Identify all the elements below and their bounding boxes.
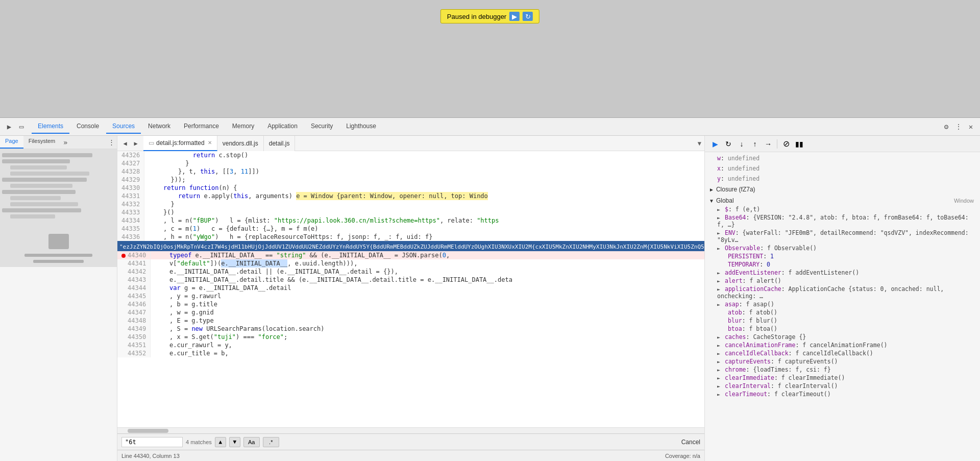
paused-text: Paused in debugger: [447, 13, 506, 20]
file-tab-icon: ▭: [149, 139, 154, 147]
prop-name: captureEvents: [725, 358, 771, 365]
colon: :: [742, 309, 749, 316]
resume-execution-button[interactable]: ▶: [709, 138, 721, 150]
inspect-icon[interactable]: ▶: [4, 122, 14, 132]
prop-name: caches: [725, 333, 746, 341]
file-tab-close[interactable]: ✕: [208, 140, 212, 145]
tab-sources[interactable]: Sources: [106, 119, 141, 134]
prop-val: 1: [770, 253, 774, 260]
tab-memory[interactable]: Memory: [226, 119, 260, 134]
scope-prop-name: y: [717, 175, 721, 182]
expand-icon[interactable]: ►: [717, 207, 720, 212]
colon: :: [746, 214, 753, 221]
expand-icon[interactable]: ►: [717, 286, 720, 292]
file-tab-detail[interactable]: detail.js: [264, 136, 296, 151]
step-button[interactable]: ↻: [523, 12, 533, 21]
prop-val: f asap(): [746, 301, 774, 308]
search-prev-button[interactable]: ▲: [215, 437, 226, 447]
step-over-button[interactable]: ↻: [722, 138, 734, 150]
tab-performance[interactable]: Performance: [178, 119, 225, 134]
expand-icon[interactable]: ►: [717, 246, 720, 251]
line-code: var g = e.__INITIAL_DATA__.detail: [151, 284, 704, 292]
debugger-scope-content[interactable]: w: undefined x: undefined y: undefined: [705, 152, 980, 461]
pause-exceptions-button[interactable]: ▮▮: [793, 138, 805, 150]
expand-icon[interactable]: ►: [717, 392, 720, 397]
prop-val: f (e,t): [736, 206, 760, 213]
expand-icon[interactable]: ►: [717, 351, 720, 356]
tab-lighthouse[interactable]: Lighthouse: [340, 119, 382, 134]
colon: :: [789, 350, 796, 357]
tab-security[interactable]: Security: [305, 119, 339, 134]
search-cancel-button[interactable]: Cancel: [681, 439, 700, 446]
line-code: , b = g.title: [151, 300, 704, 308]
settings-icon[interactable]: ⚙: [941, 122, 951, 132]
file-tab-label: vendors.dll.js: [223, 140, 258, 147]
sidebar-options-icon[interactable]: ⋮: [108, 138, 115, 146]
expand-icon[interactable]: ►: [717, 334, 720, 340]
scope-header-closure[interactable]: ► Closure (fZ7a): [705, 185, 980, 194]
file-tab-detail-formatted[interactable]: ▭ detail.js:formatted ✕: [143, 136, 217, 151]
tab-console[interactable]: Console: [70, 119, 105, 134]
scope-colon: :: [721, 175, 728, 182]
more-options-icon[interactable]: ⋮: [953, 122, 964, 132]
sidebar-tab-filesystem[interactable]: Filesystem: [23, 136, 61, 149]
scope-item: ► captureEvents: f captureEvents(): [705, 357, 980, 366]
scope-item: blur: f blur(): [705, 317, 980, 325]
scope-colon: :: [721, 155, 728, 162]
tab-network[interactable]: Network: [142, 119, 177, 134]
table-row: 44343 e.__INITIAL_DATA__.detail.title &&…: [117, 276, 704, 284]
scope-item: btoa: f btoa(): [705, 325, 980, 333]
deactivate-breakpoints-button[interactable]: ⊘: [780, 138, 792, 150]
more-tabs-icon[interactable]: ▼: [698, 140, 701, 147]
expand-icon[interactable]: ►: [717, 215, 720, 221]
nav-forward-icon[interactable]: ▶: [131, 139, 140, 148]
scope-item: PERSISTENT: 1: [705, 252, 980, 260]
expand-icon[interactable]: ►: [717, 270, 720, 276]
nav-back-icon[interactable]: ◀: [120, 139, 130, 148]
prop-name: PERSISTENT: [728, 253, 763, 260]
code-scroll-area[interactable]: 44326 return c.stop() 44327 } 44328 }, t…: [117, 151, 704, 427]
scope-item: ► Observable: f Observable(): [705, 244, 980, 252]
scope-item: ► clearImmediate: f clearImmediate(): [705, 374, 980, 382]
match-case-button[interactable]: Aa: [243, 437, 260, 447]
tab-elements[interactable]: Elements: [32, 119, 69, 134]
expand-icon[interactable]: ►: [717, 367, 720, 373]
prop-val: 0: [767, 261, 770, 268]
tab-application[interactable]: Application: [261, 119, 304, 134]
resume-button[interactable]: ▶: [509, 12, 520, 21]
prop-name: addEventListener: [725, 269, 781, 276]
line-number: 44335: [117, 225, 144, 233]
expand-icon[interactable]: ►: [717, 230, 720, 236]
device-icon[interactable]: ▭: [16, 122, 27, 132]
regex-button[interactable]: .*: [263, 437, 279, 447]
search-next-button[interactable]: ▼: [229, 437, 240, 447]
prop-name: cancelIdleCallback: [725, 350, 789, 357]
sidebar-tab-page[interactable]: Page: [0, 136, 23, 149]
table-row: 44334 , l = n("fBUP") l = {mlist: "https…: [117, 216, 704, 225]
search-input[interactable]: [121, 437, 183, 447]
scope-header-global[interactable]: ▼ Global Window: [705, 196, 980, 205]
scope-prop-name: w: [717, 155, 721, 162]
scope-item: TEMPORARY: 0: [705, 260, 980, 269]
expand-icon[interactable]: ►: [717, 383, 720, 389]
prop-val: f clearImmediate(): [781, 374, 845, 381]
sidebar-more-icon[interactable]: »: [60, 136, 70, 149]
expand-icon[interactable]: ►: [717, 359, 720, 365]
expand-icon[interactable]: ►: [717, 343, 720, 348]
expand-icon[interactable]: ►: [717, 302, 720, 307]
step-button-debug[interactable]: →: [762, 138, 774, 150]
expand-icon[interactable]: ►: [717, 278, 720, 284]
prop-val: {VERSION: "2.4.8", atob: f, btoa: f, fro…: [717, 214, 969, 228]
line-code: v["default"])(e.__INITIAL_DATA__, e.uuid…: [151, 259, 704, 268]
file-tab-vendors[interactable]: vendors.dll.js: [217, 136, 264, 151]
file-tab-right: ▼: [695, 140, 704, 147]
prop-name: blur: [728, 317, 742, 324]
close-devtools-icon[interactable]: ✕: [966, 122, 976, 132]
colon: :: [746, 366, 753, 373]
expand-icon[interactable]: ►: [717, 375, 720, 381]
step-into-button[interactable]: ↓: [736, 138, 748, 150]
line-number: 44345: [117, 292, 151, 300]
code-hscrollbar[interactable]: [117, 427, 704, 433]
step-out-button[interactable]: ↑: [749, 138, 761, 150]
line-number: 44341: [117, 259, 151, 268]
